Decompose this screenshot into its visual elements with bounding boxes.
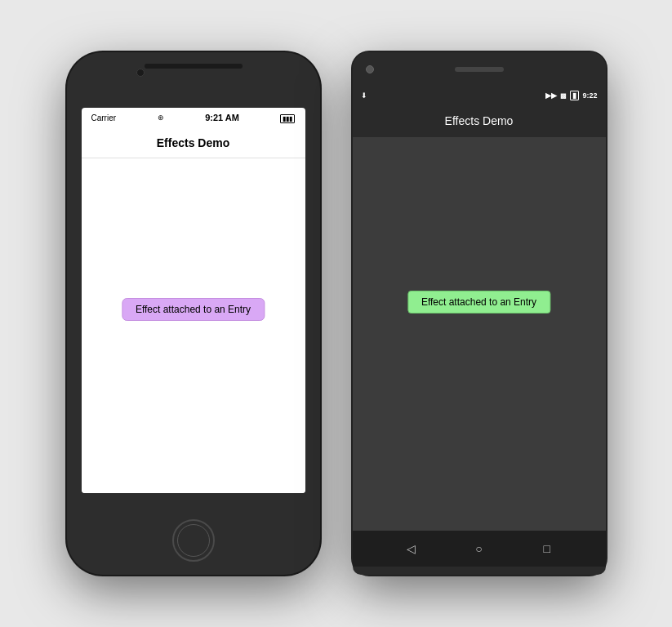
android-recents-button[interactable]: □ [536,537,559,560]
android-screen: ⬇ ▶▶ ▩ ▮ 9:22 Effects Demo Effect attach… [353,87,606,567]
android-speaker [455,67,504,72]
android-download-icon: ⬇ [361,91,367,100]
android-battery-icon: ▮ [570,91,579,100]
android-nav-bar: Effects Demo [353,104,606,137]
ios-status-bar: Carrier ⊛ 9:21 AM ▮▮▮ [82,108,305,127]
ios-screen: Carrier ⊛ 9:21 AM ▮▮▮ Effects Demo Effec… [82,108,305,493]
ios-carrier: Carrier [91,113,117,122]
android-bottom-physical-bar [353,567,606,575]
ios-nav-bar: Effects Demo [82,127,305,158]
android-front-camera [366,65,374,73]
android-content: Effect attached to an Entry [353,137,606,531]
android-nav-title: Effects Demo [445,114,514,127]
ios-time: 9:21 AM [205,113,239,122]
ios-battery: ▮▮▮ [280,113,295,122]
ios-content: Effect attached to an Entry [82,158,305,493]
ios-entry-field[interactable]: Effect attached to an Entry [122,298,265,321]
android-phone: ⬇ ▶▶ ▩ ▮ 9:22 Effects Demo Effect attach… [353,52,606,575]
ios-wifi-icon: ⊛ [158,113,164,122]
android-status-bar: ⬇ ▶▶ ▩ ▮ 9:22 [353,87,606,104]
android-back-button[interactable]: ◁ [399,537,422,560]
ios-home-button[interactable] [172,519,215,562]
android-status-right: ▶▶ ▩ ▮ 9:22 [545,91,597,100]
android-home-button[interactable]: ○ [467,537,490,560]
ios-nav-title: Effects Demo [157,136,229,149]
ios-camera [136,69,145,77]
android-status-left: ⬇ [361,91,367,100]
ios-phone: Carrier ⊛ 9:21 AM ▮▮▮ Effects Demo Effec… [67,52,320,575]
android-top-physical-bar [353,52,606,87]
android-time: 9:22 [582,91,597,100]
android-wifi-icon: ▶▶ [545,91,557,100]
android-entry-field[interactable]: Effect attached to an Entry [407,291,550,314]
android-signal-icon: ▩ [560,92,567,100]
android-bottom-nav: ◁ ○ □ [353,531,606,567]
